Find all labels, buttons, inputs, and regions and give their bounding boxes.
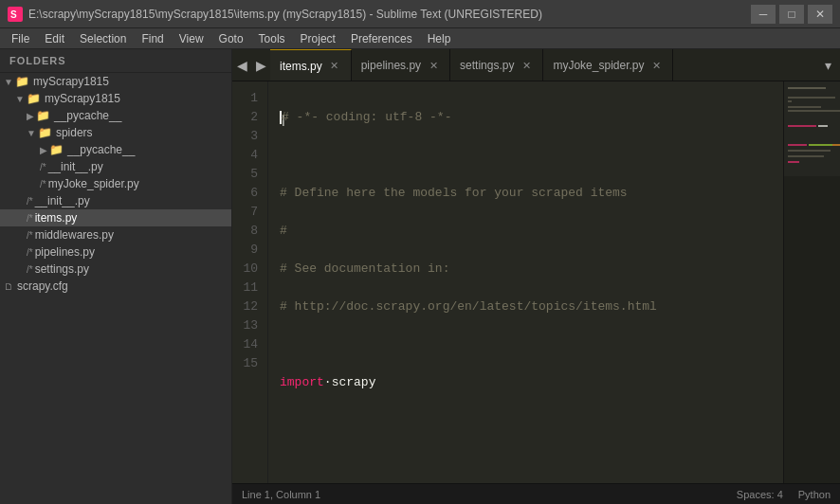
tree-label: myJoke_spider.py <box>48 177 139 190</box>
tab-myjoke-spider[interactable]: myJoke_spider.py ✕ <box>543 49 673 81</box>
tree-item-pipelines[interactable]: /* pipelines.py <box>0 243 231 261</box>
menu-view[interactable]: View <box>172 28 211 49</box>
code-line-10 <box>280 449 783 468</box>
tree-item-myscrapy1815-root[interactable]: ▼ 📁 myScrapy1815 <box>0 73 231 90</box>
file-ext-icon: /* <box>27 264 33 275</box>
menu-project[interactable]: Project <box>293 28 343 49</box>
svg-text:S: S <box>10 9 17 20</box>
tree-item-pycache[interactable]: ▶ 📁 __pycache__ <box>0 107 231 124</box>
menu-bar: File Edit Selection Find View Goto Tools… <box>0 28 840 49</box>
file-ext-icon: /* <box>27 247 33 258</box>
tree-item-settings[interactable]: /* settings.py <box>0 261 231 278</box>
arrow-icon: ▼ <box>27 128 36 138</box>
tree-label: myScrapy1815 <box>45 92 120 105</box>
menu-help[interactable]: Help <box>420 28 459 49</box>
tree-label: settings.py <box>35 262 89 276</box>
menu-edit[interactable]: Edit <box>37 28 72 49</box>
tab-nav-right-button[interactable]: ▶ <box>251 49 270 81</box>
line-num-2: 2 <box>232 108 258 127</box>
line-num-11: 11 <box>232 279 258 297</box>
tree-item-middlewares[interactable]: /* middlewares.py <box>0 226 231 243</box>
code-line-8: import·scrapy <box>280 373 783 392</box>
tab-close-settings[interactable]: ✕ <box>520 59 533 72</box>
file-ext-icon: /* <box>27 230 33 241</box>
tab-items-py[interactable]: items.py ✕ <box>270 49 352 81</box>
tree-item-items[interactable]: /* items.py <box>0 209 231 226</box>
line-num-10: 10 <box>232 260 258 279</box>
tab-nav-left-button[interactable]: ◀ <box>232 49 251 81</box>
tab-label: myJoke_spider.py <box>553 59 644 72</box>
arrow-icon: ▶ <box>40 145 47 155</box>
cursor-position: Line 1, Column 1 <box>242 489 320 500</box>
tree-label: spiders <box>56 126 93 139</box>
indentation-info[interactable]: Spaces: 4 <box>737 489 783 500</box>
tab-settings-py[interactable]: settings.py ✕ <box>450 49 543 81</box>
main-area: FOLDERS ▼ 📁 myScrapy1815 ▼ 📁 myScrapy181… <box>0 49 840 504</box>
tree-item-myjoke-spider[interactable]: /* myJoke_spider.py <box>0 175 231 192</box>
arrow-icon: ▼ <box>15 94 25 104</box>
line-num-9: 9 <box>232 241 258 260</box>
tab-close-pipelines[interactable]: ✕ <box>427 59 440 72</box>
folder-icon: 📁 <box>38 126 52 139</box>
svg-rect-16 <box>784 81 840 176</box>
tab-menu-button[interactable]: ▾ <box>815 49 840 81</box>
minimize-button[interactable]: ─ <box>751 5 776 24</box>
line-num-4: 4 <box>232 146 258 165</box>
menu-goto[interactable]: Goto <box>211 28 251 49</box>
file-icon: 🗋 <box>4 281 13 292</box>
status-right: Spaces: 4 Python <box>737 489 831 500</box>
tree-item-myscrapy1815-sub[interactable]: ▼ 📁 myScrapy1815 <box>0 90 231 107</box>
tree-label: pipelines.py <box>35 245 95 259</box>
file-ext-icon: /* <box>40 162 46 172</box>
syntax-info[interactable]: Python <box>798 489 831 500</box>
title-bar: S E:\scrapy\myScrapy1815\myScrapy1815\it… <box>0 0 840 28</box>
editor-area: ◀ ▶ items.py ✕ pipelines.py ✕ settings.p… <box>232 49 840 504</box>
line-num-7: 7 <box>232 203 258 222</box>
tree-label: __init__.py <box>35 194 90 207</box>
file-ext-icon: /* <box>40 179 46 189</box>
arrow-icon: ▼ <box>4 77 13 87</box>
file-ext-icon: /* <box>27 196 33 207</box>
tab-label: pipelines.py <box>361 59 421 72</box>
tree-label: items.py <box>35 211 78 225</box>
code-editor[interactable]: 1 2 3 4 5 6 7 8 9 10 11 12 13 14 15 |# -… <box>232 81 840 483</box>
sidebar-header: FOLDERS <box>0 49 231 73</box>
menu-preferences[interactable]: Preferences <box>343 28 420 49</box>
tree-item-init[interactable]: /* __init__.py <box>0 192 231 209</box>
tree-item-spiders[interactable]: ▼ 📁 spiders <box>0 124 231 141</box>
tree-item-spiders-init[interactable]: /* __init__.py <box>0 158 231 175</box>
menu-find[interactable]: Find <box>134 28 171 49</box>
tree-item-spiders-pycache[interactable]: ▶ 📁 __pycache__ <box>0 141 231 158</box>
status-left: Line 1, Column 1 <box>242 489 320 500</box>
close-button[interactable]: ✕ <box>808 5 832 24</box>
code-content[interactable]: |# -*- coding: utf-8 -*- # Define here t… <box>268 81 783 483</box>
folder-icon: 📁 <box>36 109 50 122</box>
menu-file[interactable]: File <box>4 28 37 49</box>
tree-label: __init__.py <box>48 160 103 173</box>
status-bar: Line 1, Column 1 Spaces: 4 Python <box>232 483 840 504</box>
tab-pipelines-py[interactable]: pipelines.py ✕ <box>352 49 450 81</box>
tree-item-scrapy-cfg[interactable]: 🗋 scrapy.cfg <box>0 278 231 295</box>
tab-close-items[interactable]: ✕ <box>328 60 341 73</box>
code-line-7 <box>280 335 783 354</box>
maximize-button[interactable]: □ <box>779 5 804 24</box>
code-line-4: # <box>280 222 783 241</box>
minimap <box>783 81 840 483</box>
tab-close-myjoke[interactable]: ✕ <box>649 59 663 72</box>
line-num-6: 6 <box>232 184 258 203</box>
arrow-icon: ▶ <box>27 111 34 121</box>
line-num-1: 1 <box>232 89 258 108</box>
tab-label: settings.py <box>460 59 514 72</box>
code-line-1: |# -*- coding: utf-8 -*- <box>280 108 783 127</box>
menu-tools[interactable]: Tools <box>251 28 293 49</box>
line-num-12: 12 <box>232 297 258 316</box>
tree-label: middlewares.py <box>35 228 114 242</box>
tree-label: scrapy.cfg <box>17 279 68 293</box>
app-icon: S <box>8 7 23 22</box>
menu-selection[interactable]: Selection <box>72 28 134 49</box>
code-line-5: # See documentation in: <box>280 260 783 279</box>
tree-label: myScrapy1815 <box>33 75 109 88</box>
folder-icon: 📁 <box>15 75 29 88</box>
window-controls: ─ □ ✕ <box>751 5 832 24</box>
tab-label: items.py <box>280 60 322 73</box>
